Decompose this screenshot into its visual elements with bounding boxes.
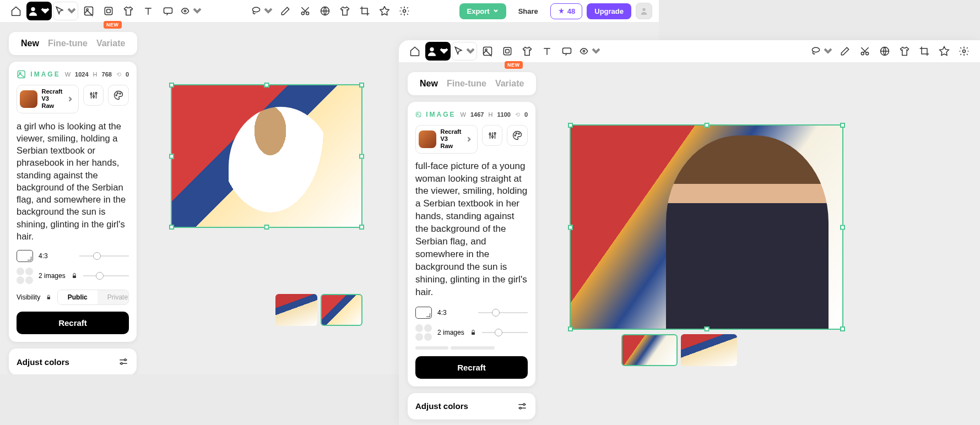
image-tool-icon[interactable]: [79, 2, 98, 20]
resize-handle[interactable]: [169, 83, 174, 88]
tab-finetune[interactable]: Fine-tune: [44, 36, 92, 51]
recraft-button[interactable]: Recraft: [415, 356, 528, 379]
resize-handle[interactable]: [169, 154, 174, 159]
model-selector[interactable]: RecraftV3 Raw: [17, 85, 79, 113]
text-tool-icon[interactable]: [139, 2, 158, 20]
resize-handle[interactable]: [840, 326, 845, 331]
tab-new[interactable]: New: [415, 77, 442, 91]
shapes-tool-icon[interactable]: [577, 42, 603, 61]
settings-button[interactable]: [482, 125, 503, 146]
pattern-tool-icon[interactable]: [875, 42, 894, 61]
resize-handle[interactable]: [264, 225, 269, 230]
home-icon[interactable]: [7, 2, 25, 20]
resize-handle[interactable]: [568, 326, 573, 331]
user-avatar[interactable]: [636, 3, 652, 19]
frame-tool-icon[interactable]: [99, 2, 118, 20]
svg-rect-30: [563, 48, 571, 53]
count-slider[interactable]: [83, 275, 129, 276]
eraser-tool-icon[interactable]: [276, 2, 295, 20]
settings-button[interactable]: [83, 85, 104, 106]
resize-handle[interactable]: [359, 154, 364, 159]
cut-tool-icon[interactable]: [296, 2, 315, 20]
comment-tool-icon[interactable]: [557, 42, 576, 61]
recraft-button[interactable]: Recraft: [17, 312, 129, 334]
canvas-area-left: [171, 84, 362, 326]
resize-handle[interactable]: [840, 225, 845, 230]
svg-point-17: [95, 92, 97, 94]
style-button[interactable]: [507, 125, 528, 146]
aspect-slider[interactable]: [478, 312, 528, 313]
upgrade-button[interactable]: Upgrade: [587, 3, 631, 19]
thumbnail-1[interactable]: [275, 294, 317, 326]
home-icon[interactable]: [405, 42, 424, 61]
mockup-shirt-icon[interactable]: [895, 42, 914, 61]
magic-tool-icon[interactable]: [955, 42, 973, 61]
svg-rect-3: [105, 7, 112, 14]
generate-tool[interactable]: [425, 42, 451, 61]
generated-image-selected[interactable]: [570, 124, 843, 330]
resize-handle[interactable]: [840, 123, 845, 128]
pattern-tool-icon[interactable]: [316, 2, 334, 20]
svg-rect-26: [484, 47, 492, 56]
count-slider[interactable]: [482, 332, 528, 333]
resize-handle[interactable]: [568, 225, 573, 230]
visibility-private[interactable]: Private: [98, 290, 129, 304]
thumbnail-2[interactable]: [681, 334, 737, 366]
thumbnail-2[interactable]: [321, 294, 362, 326]
resize-handle[interactable]: [169, 225, 174, 230]
text-tool-icon[interactable]: [538, 42, 556, 61]
visibility-public[interactable]: Public: [58, 290, 98, 304]
shapes-tool-icon[interactable]: [178, 2, 204, 20]
adjust-colors-panel[interactable]: Adjust colors: [408, 393, 535, 419]
aspect-slider[interactable]: [79, 255, 129, 257]
resize-handle[interactable]: [704, 123, 709, 128]
shirt-tool-icon[interactable]: [518, 42, 537, 61]
image-tool-icon[interactable]: [478, 42, 497, 61]
tab-variate[interactable]: Variate: [92, 36, 129, 51]
generate-tool[interactable]: [26, 2, 52, 20]
svg-point-44: [518, 133, 519, 134]
lasso-tool-icon[interactable]: [250, 2, 275, 20]
rotation-value: 0: [524, 111, 528, 118]
height-value: 1100: [497, 111, 510, 118]
comment-tool-icon[interactable]: [159, 2, 177, 20]
resize-handle[interactable]: [704, 326, 709, 331]
adjust-colors-panel[interactable]: Adjust colors: [9, 348, 137, 374]
model-selector[interactable]: RecraftV3 Raw: [415, 125, 478, 154]
export-button[interactable]: Export: [459, 3, 506, 19]
generated-image-selected[interactable]: [171, 84, 362, 228]
svg-rect-28: [503, 47, 511, 55]
select-tool[interactable]: [452, 42, 477, 61]
resize-handle[interactable]: [359, 225, 364, 230]
tab-finetune[interactable]: Fine-tune: [442, 77, 491, 91]
width-prefix: W: [65, 71, 71, 78]
shirt-tool-icon[interactable]: [119, 2, 138, 20]
tag-tool-icon[interactable]: [935, 42, 954, 61]
crop-tool-icon[interactable]: [915, 42, 934, 61]
svg-rect-29: [506, 50, 510, 53]
frame-tool-icon[interactable]: [498, 42, 517, 61]
credits-button[interactable]: 48: [550, 3, 582, 19]
resize-handle[interactable]: [568, 123, 573, 128]
prompt-text[interactable]: full-face picture of a young woman looki…: [415, 160, 528, 299]
prompt-text[interactable]: a girl who is looking at the viewer, smi…: [17, 120, 129, 243]
width-value: 1467: [470, 111, 484, 118]
cut-tool-icon[interactable]: [856, 42, 874, 61]
tab-variate[interactable]: Variate: [491, 77, 528, 91]
magic-tool-icon[interactable]: [395, 2, 414, 20]
tab-new[interactable]: New: [17, 36, 44, 51]
resize-handle[interactable]: [264, 83, 269, 88]
aspect-icon[interactable]: [415, 307, 432, 319]
resize-handle[interactable]: [359, 83, 364, 88]
aspect-icon[interactable]: [17, 250, 33, 262]
tag-tool-icon[interactable]: [375, 2, 394, 20]
eraser-tool-icon[interactable]: [836, 42, 854, 61]
select-tool[interactable]: [53, 2, 78, 20]
thumbnails: [515, 334, 843, 366]
lasso-tool-icon[interactable]: [809, 42, 835, 61]
thumbnail-1[interactable]: [621, 334, 678, 366]
mockup-shirt-icon[interactable]: [335, 2, 354, 20]
crop-tool-icon[interactable]: [355, 2, 374, 20]
style-button[interactable]: [108, 85, 129, 106]
share-button[interactable]: Share: [511, 3, 546, 19]
